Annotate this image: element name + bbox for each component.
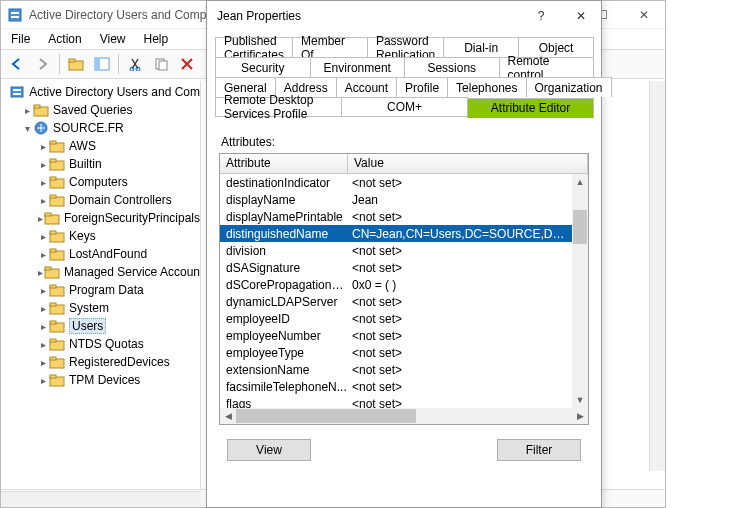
tree-node[interactable]: ▸Program Data: [1, 281, 200, 299]
tree-node[interactable]: ▾SOURCE.FR: [1, 119, 200, 137]
tab[interactable]: Password Replication: [367, 37, 444, 57]
tree-twisty-icon[interactable]: ▸: [37, 141, 49, 152]
tree-node[interactable]: ▸AWS: [1, 137, 200, 155]
content-vscroll[interactable]: [649, 81, 665, 471]
tree-node[interactable]: ▸RegisteredDevices: [1, 353, 200, 371]
tree-twisty-icon[interactable]: ▸: [37, 303, 49, 314]
hscroll-thumb[interactable]: [236, 409, 416, 423]
tab[interactable]: Published Certificates: [215, 37, 293, 57]
svg-rect-6: [95, 58, 100, 70]
delete-button[interactable]: [175, 53, 199, 75]
tree-pane[interactable]: Active Directory Users and Com▸Saved Que…: [1, 81, 201, 489]
tree-node[interactable]: ▸Keys: [1, 227, 200, 245]
attribute-row[interactable]: flags<not set>: [220, 395, 572, 408]
tab[interactable]: Remote control: [499, 57, 595, 77]
tree-twisty-icon[interactable]: ▸: [37, 231, 49, 242]
tree-twisty-icon[interactable]: ▸: [37, 213, 44, 224]
scroll-right-icon[interactable]: ▶: [572, 408, 588, 424]
tab[interactable]: Attribute Editor: [467, 98, 594, 118]
tree-twisty-icon[interactable]: ▸: [37, 375, 49, 386]
dialog-close-button[interactable]: ✕: [561, 1, 601, 31]
tab[interactable]: COM+: [341, 97, 468, 117]
col-attribute[interactable]: Attribute: [220, 154, 348, 173]
tree-node[interactable]: ▸Builtin: [1, 155, 200, 173]
attribute-row[interactable]: destinationIndicator<not set>: [220, 174, 572, 191]
menu-action[interactable]: Action: [48, 32, 81, 46]
tree-node[interactable]: ▸NTDS Quotas: [1, 335, 200, 353]
tree-twisty-icon[interactable]: ▸: [37, 357, 49, 368]
tree-node[interactable]: ▸TPM Devices: [1, 371, 200, 389]
tree-node[interactable]: ▸Domain Controllers: [1, 191, 200, 209]
scroll-left-icon[interactable]: ◀: [220, 408, 236, 424]
attribute-row[interactable]: employeeNumber<not set>: [220, 327, 572, 344]
tab[interactable]: Member Of: [292, 37, 368, 57]
tab[interactable]: Environment: [310, 57, 406, 77]
tab[interactable]: Account: [336, 77, 397, 97]
menu-help[interactable]: Help: [144, 32, 169, 46]
copy-button[interactable]: [149, 53, 173, 75]
attribute-row[interactable]: division<not set>: [220, 242, 572, 259]
dialog-body: Attributes: Attribute Value destinationI…: [207, 123, 601, 467]
tree-node[interactable]: ▸Saved Queries: [1, 101, 200, 119]
tree-hscroll[interactable]: [1, 491, 201, 507]
menu-file[interactable]: File: [11, 32, 30, 46]
tab[interactable]: Remote Desktop Services Profile: [215, 97, 342, 117]
tree-label: Keys: [69, 229, 96, 243]
tree-node[interactable]: ▸Users: [1, 317, 200, 335]
tab[interactable]: Sessions: [404, 57, 500, 77]
back-button[interactable]: [5, 53, 29, 75]
tree-node[interactable]: ▸LostAndFound: [1, 245, 200, 263]
tree-twisty-icon[interactable]: ▸: [37, 321, 49, 332]
tree-twisty-icon[interactable]: ▸: [37, 195, 49, 206]
show-hide-tree-button[interactable]: [90, 53, 114, 75]
tab[interactable]: Organization: [526, 77, 612, 97]
filter-button[interactable]: Filter: [497, 439, 581, 461]
listview-vscroll[interactable]: ▲ ▼: [572, 174, 588, 408]
tree-twisty-icon[interactable]: ▸: [37, 177, 49, 188]
tree-twisty-icon[interactable]: ▸: [21, 105, 33, 116]
tree-twisty-icon[interactable]: ▸: [37, 285, 49, 296]
tree-node[interactable]: ▸ForeignSecurityPrincipals: [1, 209, 200, 227]
attribute-row[interactable]: dSCorePropagationD...0x0 = ( ): [220, 276, 572, 293]
svg-rect-27: [50, 195, 56, 198]
dialog-help-button[interactable]: ?: [521, 1, 561, 31]
attribute-row[interactable]: extensionName<not set>: [220, 361, 572, 378]
scroll-up-icon[interactable]: ▲: [572, 174, 588, 190]
menu-view[interactable]: View: [100, 32, 126, 46]
tree-twisty-icon[interactable]: ▾: [21, 123, 33, 134]
forward-button[interactable]: [31, 53, 55, 75]
tree-twisty-icon[interactable]: ▸: [37, 339, 49, 350]
listview-hscroll[interactable]: ◀ ▶: [220, 408, 588, 424]
tree-node[interactable]: ▸System: [1, 299, 200, 317]
tree-twisty-icon[interactable]: ▸: [37, 159, 49, 170]
folder-icon: [49, 193, 65, 207]
tree-twisty-icon[interactable]: ▸: [37, 267, 44, 278]
attr-value: <not set>: [348, 244, 572, 258]
tab[interactable]: Profile: [396, 77, 448, 97]
tab[interactable]: Security: [215, 57, 311, 77]
attribute-row[interactable]: employeeID<not set>: [220, 310, 572, 327]
svg-rect-23: [50, 159, 56, 162]
up-button[interactable]: [64, 53, 88, 75]
cut-button[interactable]: [123, 53, 147, 75]
col-value[interactable]: Value: [348, 154, 588, 173]
vscroll-thumb[interactable]: [573, 210, 587, 244]
tab[interactable]: Telephones: [447, 77, 526, 97]
attributes-listview[interactable]: Attribute Value destinationIndicator<not…: [219, 153, 589, 425]
tree-node[interactable]: ▸Computers: [1, 173, 200, 191]
attribute-row[interactable]: employeeType<not set>: [220, 344, 572, 361]
listview-header: Attribute Value: [220, 154, 588, 174]
tree-twisty-icon[interactable]: ▸: [37, 249, 49, 260]
attribute-row[interactable]: displayNamePrintable<not set>: [220, 208, 572, 225]
view-button[interactable]: View: [227, 439, 311, 461]
scroll-down-icon[interactable]: ▼: [572, 392, 588, 408]
attribute-row[interactable]: dSASignature<not set>: [220, 259, 572, 276]
close-button[interactable]: ✕: [623, 1, 665, 29]
tree-node[interactable]: ▸Managed Service Accoun: [1, 263, 200, 281]
attribute-row[interactable]: dynamicLDAPServer<not set>: [220, 293, 572, 310]
attribute-row[interactable]: facsimileTelephoneN...<not set>: [220, 378, 572, 395]
attr-value: Jean: [348, 193, 572, 207]
tree-node[interactable]: Active Directory Users and Com: [1, 83, 200, 101]
attribute-row[interactable]: displayNameJean: [220, 191, 572, 208]
attribute-row[interactable]: distinguishedNameCN=Jean,CN=Users,DC=SOU…: [220, 225, 572, 242]
